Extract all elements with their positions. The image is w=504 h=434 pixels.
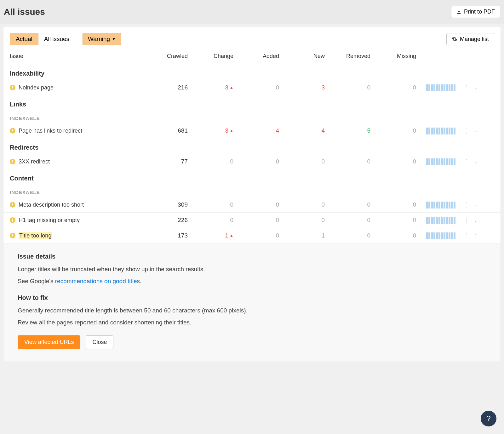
cell-removed: 0 [331,232,377,239]
section-indexability: Indexability [3,64,501,80]
how-to-fix-p1: Generally recommended title length is be… [18,307,486,314]
cell-added: 0 [240,217,285,224]
more-icon[interactable]: ⋮ [463,84,469,91]
sparkline [422,201,455,208]
more-icon[interactable]: ⋮ [463,127,469,134]
more-icon[interactable]: ⋮ [463,201,469,208]
print-pdf-button[interactable]: Print to PDF [451,6,500,18]
recommendations-link[interactable]: recommendations on good titles [55,278,140,284]
cell-new: 0 [285,217,331,224]
tab-actual[interactable]: Actual [10,33,38,45]
cell-change: 3▲ [194,84,240,91]
table-header: Issue Crawled Change Added New Removed M… [3,49,501,64]
issue-name-label: Meta description too short [19,202,84,208]
section-indexable-2: INDEXABLE [3,185,501,197]
chevron-down-icon[interactable]: ⌄ [474,159,478,164]
print-pdf-label: Print to PDF [464,9,495,15]
row-3xx-redirect[interactable]: ! 3XX redirect 77 0 0 0 0 0 ⋮ ⌄ [3,154,501,169]
cell-removed: 0 [331,201,377,208]
how-to-fix-p2: Review all the pages reported and consid… [18,319,486,326]
warning-icon: ! [10,217,15,223]
chevron-down-icon[interactable]: ⌄ [474,218,478,223]
section-indexable: INDEXABLE [3,111,501,123]
sparkline [422,84,455,91]
cell-removed: 0 [331,158,377,165]
cell-crawled: 681 [148,127,194,134]
trend-up-icon: ▲ [230,128,233,133]
col-added: Added [240,53,285,60]
section-links: Links [3,95,501,111]
cell-new: 3 [285,84,331,91]
row-title-too-long[interactable]: ! Title too long 173 1▲ 0 1 0 0 ⋮ ⌃ [3,228,501,243]
trend-up-icon: ▲ [230,85,233,90]
chevron-down-icon[interactable]: ⌄ [474,128,478,133]
manage-list-label: Manage list [460,36,489,43]
issue-name-label: Title too long [19,232,52,239]
cell-change: 1▲ [194,232,240,239]
col-new: New [285,53,331,60]
cell-added: 0 [240,201,285,208]
cell-crawled: 173 [148,232,194,239]
warning-icon: ! [10,128,15,134]
caret-down-icon: ▼ [112,37,116,41]
col-removed: Removed [331,53,377,60]
cell-added: 0 [240,84,285,91]
close-button[interactable]: Close [86,335,113,349]
cell-change: 0 [194,158,240,165]
row-meta-description-short[interactable]: ! Meta description too short 309 0 0 0 0… [3,197,501,212]
manage-list-button[interactable]: Manage list [446,33,494,45]
col-crawled: Crawled [148,53,194,60]
issues-card: Actual All issues Warning ▼ Manage list … [3,27,501,362]
section-redirects: Redirects [3,138,501,154]
download-icon [456,9,461,14]
severity-filter-dropdown[interactable]: Warning ▼ [83,33,121,45]
cell-crawled: 216 [148,84,194,91]
issue-details-title: Issue details [18,253,486,260]
cell-change: 0 [194,217,240,224]
cell-missing: 0 [377,127,422,134]
cell-new: 4 [285,127,331,134]
cell-missing: 0 [377,201,422,208]
cell-added: 0 [240,232,285,239]
warning-icon: ! [10,233,15,238]
cell-added: 4 [240,127,285,134]
cell-missing: 0 [377,232,422,239]
cell-new: 0 [285,158,331,165]
cell-change: 0 [194,201,240,208]
cell-change: 3▲ [194,127,240,134]
more-icon[interactable]: ⋮ [463,232,469,239]
cell-crawled: 77 [148,158,194,165]
chevron-down-icon[interactable]: ⌄ [474,85,478,90]
issue-name-label: Page has links to redirect [19,128,82,134]
chevron-up-icon[interactable]: ⌃ [474,233,478,238]
row-page-links-redirect[interactable]: ! Page has links to redirect 681 3▲ 4 4 … [3,123,501,138]
section-content: Content [3,169,501,185]
chevron-down-icon[interactable]: ⌄ [474,202,478,207]
cell-removed: 0 [331,217,377,224]
more-icon[interactable]: ⋮ [463,216,469,224]
col-issue: Issue [10,53,148,60]
cell-missing: 0 [377,84,422,91]
tab-all-issues[interactable]: All issues [38,33,75,45]
row-h1-missing[interactable]: ! H1 tag missing or empty 226 0 0 0 0 0 … [3,212,501,228]
sparkline [422,232,455,239]
col-change: Change [194,53,240,60]
sparkline [422,127,455,134]
warning-icon: ! [10,202,15,208]
severity-filter-label: Warning [88,36,110,43]
sparkline [422,158,455,165]
trend-up-icon: ▲ [230,233,233,238]
cell-removed: 0 [331,84,377,91]
issue-details-p1: Longer titles will be truncated when the… [18,266,486,273]
sparkline [422,216,455,224]
view-affected-urls-button[interactable]: View affected URLs [18,335,80,349]
gear-icon [452,36,457,42]
cell-missing: 0 [377,158,422,165]
cell-removed: 5 [331,127,377,134]
issue-details-p2: See Google's recommendations on good tit… [18,278,486,285]
more-icon[interactable]: ⋮ [463,158,469,165]
view-toggle: Actual All issues [10,33,75,45]
issue-name-label: H1 tag missing or empty [19,217,80,224]
row-noindex-page[interactable]: ! Noindex page 216 3▲ 0 3 0 0 ⋮ ⌄ [3,80,501,95]
cell-missing: 0 [377,217,422,224]
